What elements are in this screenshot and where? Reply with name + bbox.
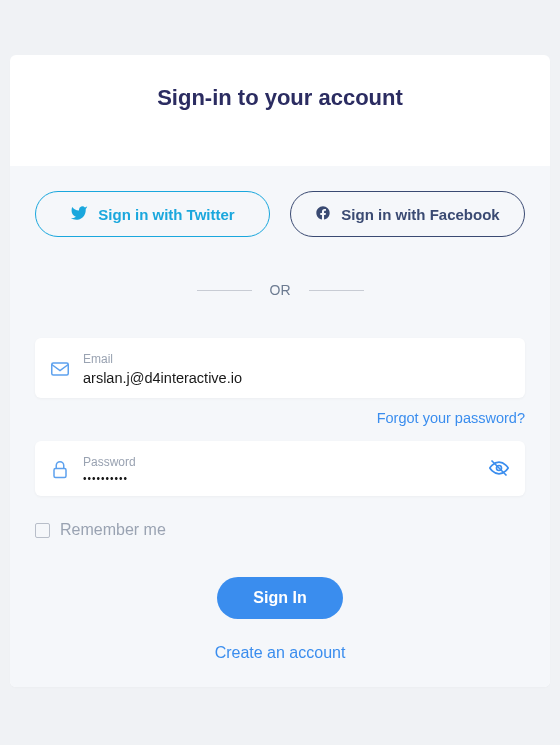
card-body: Sign in with Twitter Sign in with Facebo…: [10, 166, 550, 687]
toggle-password-visibility-icon[interactable]: [489, 458, 509, 482]
password-field[interactable]: [83, 473, 475, 484]
or-divider: OR: [35, 282, 525, 298]
signin-page: Sign-in to your account Sign in with Twi…: [0, 55, 560, 745]
divider-line-right: [309, 290, 364, 291]
remember-me-label: Remember me: [60, 521, 166, 539]
svg-rect-1: [54, 468, 66, 477]
signin-twitter-button[interactable]: Sign in with Twitter: [35, 191, 270, 237]
svg-rect-0: [52, 363, 69, 375]
page-title: Sign-in to your account: [35, 85, 525, 111]
divider-label: OR: [270, 282, 291, 298]
password-input-inner: Password: [83, 455, 475, 484]
lock-icon: [51, 461, 69, 479]
forgot-password-link[interactable]: Forgot your password?: [35, 410, 525, 426]
signin-card: Sign-in to your account Sign in with Twi…: [10, 55, 550, 687]
signin-facebook-button[interactable]: Sign in with Facebook: [290, 191, 525, 237]
password-input-wrap: Password: [35, 441, 525, 496]
signin-button[interactable]: Sign In: [217, 577, 342, 619]
create-account-link[interactable]: Create an account: [35, 644, 525, 662]
password-label: Password: [83, 455, 475, 469]
facebook-button-label: Sign in with Facebook: [341, 206, 499, 223]
mail-icon: [51, 362, 69, 376]
twitter-button-label: Sign in with Twitter: [98, 206, 234, 223]
email-label: Email: [83, 352, 509, 366]
email-input-wrap: Email: [35, 338, 525, 398]
email-input-inner: Email: [83, 352, 509, 386]
facebook-icon: [315, 205, 331, 224]
remember-me-row: Remember me: [35, 521, 525, 539]
divider-line-left: [197, 290, 252, 291]
remember-me-checkbox[interactable]: [35, 523, 50, 538]
social-signin-row: Sign in with Twitter Sign in with Facebo…: [35, 191, 525, 237]
twitter-icon: [70, 204, 88, 225]
email-field[interactable]: [83, 370, 509, 386]
